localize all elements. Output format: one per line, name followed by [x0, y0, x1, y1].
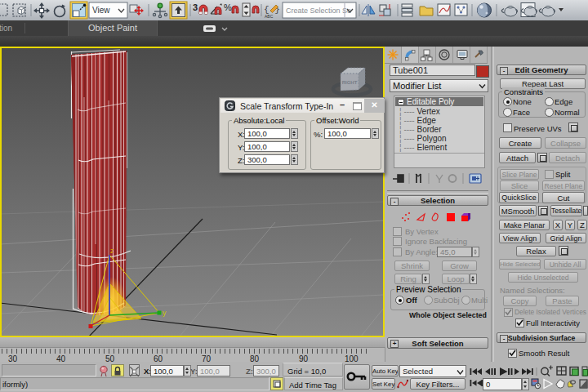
- svg-text:View: View: [92, 6, 110, 15]
- svg-text:RIGHT: RIGHT: [342, 80, 358, 85]
- svg-text:Create Selection Se: Create Selection Se: [286, 7, 351, 15]
- svg-text:3: 3: [193, 2, 198, 12]
- svg-text:z: z: [110, 247, 114, 255]
- svg-text:y: y: [163, 309, 167, 317]
- svg-text:ABC: ABC: [265, 14, 274, 19]
- svg-text:%: %: [224, 2, 232, 12]
